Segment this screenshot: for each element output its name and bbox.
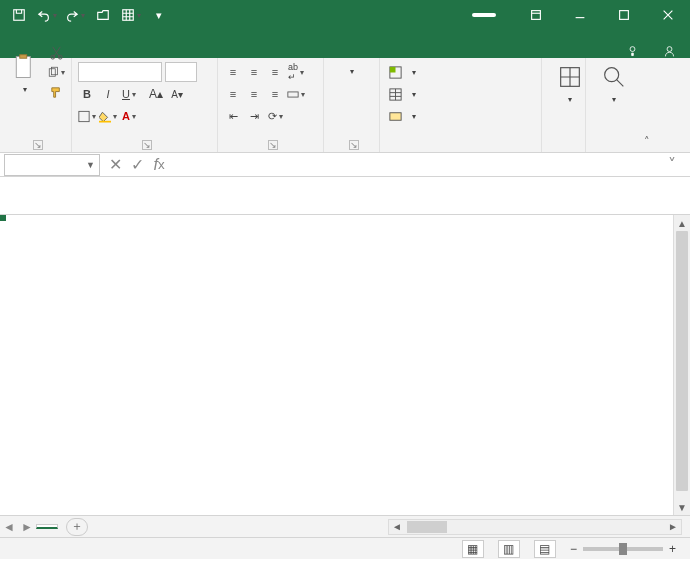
quick-access-toolbar: ▾	[0, 3, 172, 27]
svg-rect-1	[123, 10, 134, 21]
collapse-ribbon-icon[interactable]: ˄	[638, 58, 656, 152]
underline-icon[interactable]: U	[120, 85, 138, 103]
group-number: ▾ ↘	[324, 58, 380, 152]
vertical-scrollbar[interactable]: ▲▼	[673, 215, 690, 515]
svg-rect-12	[79, 111, 89, 121]
formula-bar: ▼ ✕ ✓ fx ˅	[0, 153, 690, 177]
align-left-icon[interactable]: ≡	[224, 85, 242, 103]
worksheet[interactable]: ▲▼	[0, 215, 690, 515]
sign-in-button[interactable]	[472, 13, 496, 17]
tab-nav-prev[interactable]: ◄	[0, 520, 18, 534]
svg-rect-14	[288, 91, 298, 96]
accept-formula-icon[interactable]: ✓	[126, 154, 148, 176]
align-center-icon[interactable]: ≡	[245, 85, 263, 103]
titlebar: ▾	[0, 0, 690, 30]
dialog-launcher[interactable]: ↘	[142, 140, 152, 150]
decrease-font-icon[interactable]: A▾	[168, 85, 186, 103]
format-as-table-button[interactable]: ▾	[386, 83, 535, 105]
svg-point-4	[630, 47, 635, 52]
align-bottom-icon[interactable]: ≡	[266, 63, 284, 81]
align-middle-icon[interactable]: ≡	[245, 63, 263, 81]
align-top-icon[interactable]: ≡	[224, 63, 242, 81]
new-sheet-button[interactable]: ＋	[66, 518, 88, 536]
group-font: B I U A▴ A▾ A ↘	[72, 58, 218, 152]
window-controls	[514, 0, 690, 30]
svg-point-5	[667, 47, 672, 52]
orientation-icon[interactable]: ⟳	[266, 107, 284, 125]
ribbon: ▾ ↘ B I U A▴ A▾ A ↘	[0, 58, 690, 153]
redo-icon[interactable]	[62, 3, 88, 27]
normal-view-icon[interactable]: ▦	[462, 540, 484, 558]
merge-icon[interactable]	[287, 85, 305, 103]
increase-font-icon[interactable]: A▴	[147, 85, 165, 103]
sheet-tab-bar: ◄ ► ＋ ◄►	[0, 515, 690, 537]
sheet-tab[interactable]	[36, 524, 58, 529]
tab-nav-next[interactable]: ►	[18, 520, 36, 534]
page-layout-icon[interactable]: ▥	[498, 540, 520, 558]
indent-decrease-icon[interactable]: ⇤	[224, 107, 242, 125]
cell-styles-button[interactable]: ▾	[386, 105, 535, 127]
zoom-in-icon[interactable]: +	[669, 542, 676, 556]
cut-icon[interactable]	[47, 43, 65, 61]
conditional-formatting-button[interactable]: ▾	[386, 61, 535, 83]
minimize-icon[interactable]	[558, 0, 602, 30]
share-button[interactable]	[653, 45, 690, 58]
page-break-icon[interactable]: ▤	[534, 540, 556, 558]
svg-rect-2	[532, 11, 541, 20]
align-right-icon[interactable]: ≡	[266, 85, 284, 103]
svg-point-9	[58, 55, 62, 59]
tell-me-button[interactable]	[616, 45, 653, 58]
wrap-text-icon[interactable]: ab↵	[287, 63, 305, 81]
horizontal-scrollbar[interactable]: ◄►	[388, 519, 682, 535]
paste-button[interactable]: ▾	[6, 51, 44, 94]
copy-icon[interactable]	[47, 63, 65, 81]
qat-customize-icon[interactable]: ▾	[146, 3, 172, 27]
maximize-icon[interactable]	[602, 0, 646, 30]
svg-point-8	[50, 55, 54, 59]
svg-rect-3	[620, 11, 629, 20]
svg-rect-0	[14, 10, 25, 21]
svg-rect-7	[20, 54, 27, 58]
dialog-launcher[interactable]: ↘	[33, 140, 43, 150]
svg-rect-13	[99, 120, 111, 122]
fx-icon[interactable]: fx	[148, 154, 170, 176]
zoom-control[interactable]: − +	[570, 542, 682, 556]
svg-rect-16	[389, 66, 395, 72]
save-icon[interactable]	[6, 3, 32, 27]
number-format-button[interactable]: ▾	[330, 61, 374, 76]
ribbon-tabs	[0, 30, 690, 58]
bold-icon[interactable]: B	[78, 85, 96, 103]
close-icon[interactable]	[646, 0, 690, 30]
expand-formula-bar-icon[interactable]: ˅	[668, 155, 690, 174]
ribbon-options-icon[interactable]	[514, 0, 558, 30]
border-icon[interactable]	[78, 107, 96, 125]
svg-rect-6	[16, 56, 30, 77]
group-cells: ▾	[542, 58, 586, 152]
editing-button[interactable]: ▾	[592, 61, 636, 104]
cancel-formula-icon[interactable]: ✕	[104, 154, 126, 176]
status-bar: ▦ ▥ ▤ − +	[0, 537, 690, 559]
font-color-icon[interactable]: A	[120, 107, 138, 125]
format-painter-icon[interactable]	[47, 83, 65, 101]
undo-icon[interactable]	[34, 3, 60, 27]
fill-color-icon[interactable]	[99, 107, 117, 125]
group-clipboard: ▾ ↘	[0, 58, 72, 152]
grid-icon[interactable]	[118, 3, 144, 27]
indent-increase-icon[interactable]: ⇥	[245, 107, 263, 125]
group-editing: ▾	[586, 58, 638, 152]
open-icon[interactable]	[90, 3, 116, 27]
zoom-out-icon[interactable]: −	[570, 542, 577, 556]
formula-input[interactable]	[170, 154, 668, 176]
font-name-input[interactable]	[78, 62, 162, 82]
dialog-launcher[interactable]: ↘	[268, 140, 278, 150]
svg-rect-18	[389, 112, 400, 120]
name-box[interactable]: ▼	[4, 154, 100, 176]
italic-icon[interactable]: I	[99, 85, 117, 103]
dialog-launcher[interactable]: ↘	[349, 140, 359, 150]
font-size-input[interactable]	[165, 62, 197, 82]
group-alignment: ≡ ≡ ≡ ab↵ ≡ ≡ ≡ ⇤ ⇥ ⟳ ↘	[218, 58, 324, 152]
group-styles: ▾ ▾ ▾	[380, 58, 542, 152]
